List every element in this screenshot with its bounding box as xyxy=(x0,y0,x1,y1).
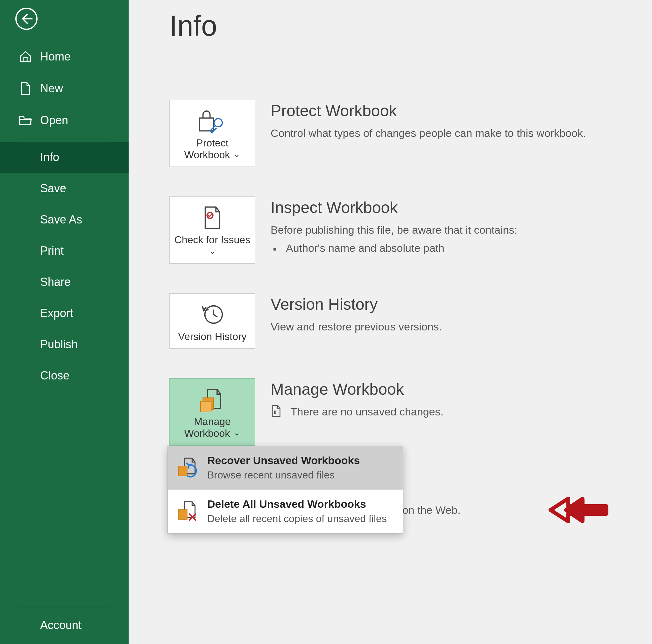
svg-rect-7 xyxy=(178,510,187,519)
sidebar-item-info[interactable]: Info xyxy=(0,142,129,173)
manage-workbook-menu: Recover Unsaved Workbooks Browse recent … xyxy=(167,446,403,534)
section-desc: Before publishing this file, be aware th… xyxy=(271,222,517,238)
history-clock-icon xyxy=(173,301,251,328)
sidebar-item-share[interactable]: Share xyxy=(0,266,129,298)
section-heading: Version History xyxy=(271,295,442,314)
tile-label: Manage Workbook xyxy=(173,416,251,439)
sidebar-item-account[interactable]: Account xyxy=(0,610,129,641)
sidebar-label: Export xyxy=(40,306,73,320)
sidebar-label: Print xyxy=(40,244,64,258)
section-desc: View and restore previous versions. xyxy=(271,319,442,335)
sidebar-item-close[interactable]: Close xyxy=(0,360,129,391)
page-title: Info xyxy=(169,9,652,42)
sidebar-label: Info xyxy=(40,151,59,164)
section-heading: Inspect Workbook xyxy=(271,198,517,217)
backstage-sidebar: Home New Open Info Save Save As Print xyxy=(0,0,129,644)
menu-item-title: Delete All Unsaved Workbooks xyxy=(207,498,387,510)
sidebar-label: Close xyxy=(40,369,70,382)
divider xyxy=(19,607,110,607)
menu-item-title: Recover Unsaved Workbooks xyxy=(207,454,360,467)
sidebar-item-print[interactable]: Print xyxy=(0,235,129,266)
manage-workbook-tile[interactable]: Manage Workbook xyxy=(169,378,255,446)
open-folder-icon xyxy=(19,113,32,127)
protect-workbook-tile[interactable]: Protect Workbook xyxy=(169,100,255,167)
lock-key-icon xyxy=(173,108,251,134)
section-desc: There are no unsaved changes. xyxy=(271,404,461,420)
chevron-down-icon xyxy=(233,149,240,160)
sidebar-label: Save xyxy=(40,182,66,195)
sidebar-label: Account xyxy=(40,619,82,632)
sidebar-label: Open xyxy=(40,114,68,127)
sidebar-label: Publish xyxy=(40,338,78,351)
svg-rect-6 xyxy=(178,466,187,476)
check-document-icon xyxy=(173,205,251,231)
inspect-findings-list: Author's name and absolute path xyxy=(271,242,517,254)
svg-rect-5 xyxy=(200,401,211,412)
svg-point-1 xyxy=(214,119,222,127)
recover-icon xyxy=(177,456,199,479)
tile-label: Protect Workbook xyxy=(173,137,251,161)
unsaved-doc-icon xyxy=(271,405,282,417)
menu-item-desc: Browse recent unsaved files xyxy=(207,468,360,481)
check-issues-tile[interactable]: Check for Issues xyxy=(169,196,255,264)
workbook-stack-icon xyxy=(173,386,251,412)
sidebar-item-open[interactable]: Open xyxy=(0,104,129,136)
protect-workbook-section: Protect Workbook Protect Workbook Contro… xyxy=(169,100,652,167)
version-history-section: Version History Version History View and… xyxy=(169,293,652,349)
sidebar-item-export[interactable]: Export xyxy=(0,298,129,329)
back-arrow-icon xyxy=(19,11,34,26)
new-doc-icon xyxy=(19,81,32,96)
section-heading: Manage Workbook xyxy=(271,380,461,399)
home-icon xyxy=(19,50,32,64)
list-item: Author's name and absolute path xyxy=(286,242,517,254)
sidebar-item-save[interactable]: Save xyxy=(0,173,129,204)
menu-item-desc: Delete all recent copies of unsaved file… xyxy=(207,512,387,525)
tile-label: Version History xyxy=(173,331,251,343)
section-desc: Control what types of changes people can… xyxy=(271,125,586,141)
annotation-arrow-icon xyxy=(547,494,611,526)
version-history-tile[interactable]: Version History xyxy=(169,293,255,349)
sidebar-label: Home xyxy=(40,50,71,63)
chevron-down-icon xyxy=(233,428,240,439)
sidebar-label: Save As xyxy=(40,213,82,226)
sidebar-item-publish[interactable]: Publish xyxy=(0,329,129,360)
sidebar-item-new[interactable]: New xyxy=(0,73,129,104)
backstage-main: Info Protect Workbook Protect Workbook C… xyxy=(129,0,652,644)
back-button[interactable] xyxy=(15,8,37,30)
tile-label: Check for Issues xyxy=(173,234,251,258)
menu-item-recover-unsaved[interactable]: Recover Unsaved Workbooks Browse recent … xyxy=(168,446,403,490)
menu-item-delete-unsaved[interactable]: Delete All Unsaved Workbooks Delete all … xyxy=(168,490,403,533)
delete-unsaved-icon xyxy=(177,499,199,522)
sidebar-label: Share xyxy=(40,275,71,289)
sidebar-item-home[interactable]: Home xyxy=(0,41,129,73)
divider xyxy=(19,139,110,139)
chevron-down-icon xyxy=(209,246,216,257)
inspect-workbook-section: Check for Issues Inspect Workbook Before… xyxy=(169,196,652,264)
sidebar-label: New xyxy=(40,82,63,95)
section-heading: Protect Workbook xyxy=(271,102,586,120)
sidebar-item-save-as[interactable]: Save As xyxy=(0,204,129,235)
